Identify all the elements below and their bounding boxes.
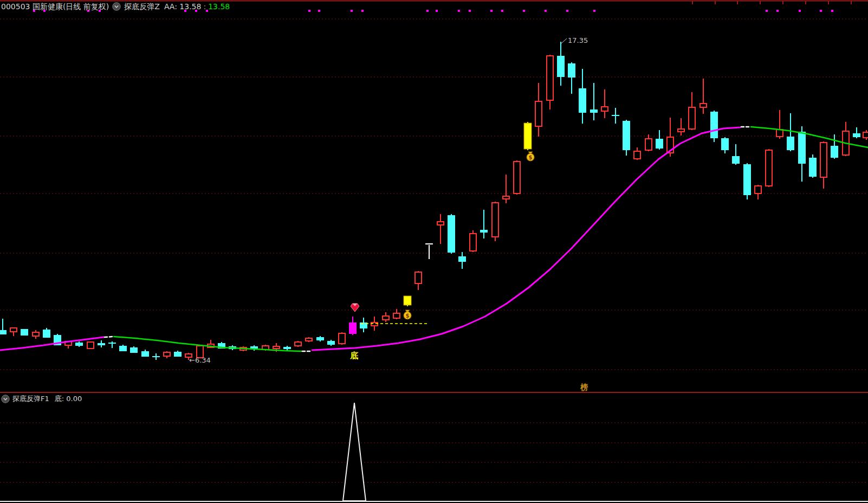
value-separator: : [203,2,206,11]
candlestick-chart[interactable]: $$ [0,0,868,503]
candle-up [470,234,476,251]
candle-down [590,109,598,113]
candle-down [119,346,127,351]
candle-down [141,351,149,357]
candle-down [732,156,740,164]
candle-down [831,146,838,158]
candle-up [863,132,868,138]
bottom-signal-label: 底 [350,351,358,361]
candle-up [87,342,94,349]
signal-dot [469,10,471,12]
candle-up [700,104,707,107]
signal-dot [593,10,595,12]
candle-down [721,138,729,150]
candle-up [10,328,17,332]
candle-signal [524,123,532,149]
signal-dot [458,10,460,12]
signal-dot [308,10,310,12]
candle-up [393,313,400,318]
candle-up [634,151,640,159]
sub-indicator-name[interactable]: 探底反弹F1 [12,395,49,403]
rank-label[interactable]: 榜 [580,383,588,392]
candle-up [755,186,761,194]
candle-up [383,316,389,320]
candle-down [448,215,455,253]
sub-panel-header: 探底反弹F1 底: 0.00 [1,394,82,403]
candle-up [645,139,652,150]
signal-dot [523,10,525,12]
ma-line-green [751,127,868,147]
sub-indicator-value: 底: 0.00 [55,395,82,403]
signal-dot [436,10,438,12]
signal-dot [566,10,568,12]
candle-down [623,121,630,150]
candle-down [316,337,324,340]
candle-signal [349,323,357,334]
candle-down [174,352,182,357]
signal-dot [799,10,801,12]
candle-up [371,323,378,326]
candle-up [306,338,312,341]
candle-up [601,107,608,111]
candle-up [492,203,498,237]
signal-dot [361,10,364,12]
peak-pointer-line [561,38,567,43]
candle-up [273,346,280,349]
stock-title: 000503 国新健康(日线 前复权) [1,2,109,11]
candle-down [809,158,817,177]
candle-down [108,343,116,344]
candle-up [33,332,39,336]
candle-down [710,112,718,138]
candle-signal [404,296,411,305]
candle-down [579,88,586,113]
candle-up [820,143,827,177]
candle-up [503,196,509,199]
candle-down [743,164,751,195]
candle-down [612,115,619,116]
candle-down [798,132,806,164]
peak-price-label: 17.35 [568,36,588,44]
candle-up [547,56,553,100]
candle-up [164,352,170,356]
main-chart-header: 000503 国新健康(日线 前复权) 探底反弹Z AA: 13.58 : 13… [1,2,230,11]
candle-down [327,341,335,345]
candle-up [295,342,301,346]
candle-down [557,56,565,77]
indicator-value: AA: 13.58 [164,2,202,11]
candle-up [437,222,444,225]
signal-dot [490,10,493,12]
candle-down [283,347,291,349]
candle-down [98,343,105,345]
candle-down [21,329,28,336]
candle-up [339,333,345,344]
chevron-down-icon[interactable] [1,395,10,403]
signal-dot [545,10,547,12]
signal-dot [776,10,779,12]
low-price-label: ←6.34 [189,356,211,364]
candle-down [853,133,860,137]
signal-dot [426,10,429,12]
candle-up [776,130,783,137]
candle-up [535,101,542,126]
candle-down [787,137,794,150]
candle-down [75,343,83,346]
candle-up [678,129,684,132]
chevron-down-icon[interactable] [112,2,121,11]
candle-up [689,107,695,129]
ma-line-magenta [312,127,740,350]
signal-dot [766,10,768,12]
ma-line-dash [105,337,113,337]
signal-dot [820,10,822,12]
candle-down [130,347,138,353]
candle-up [514,162,520,194]
candle-down [43,330,50,338]
indicator-name[interactable]: 探底反弹Z [124,2,160,11]
signal-dot [501,10,503,12]
candle-down [152,356,160,357]
stock-chart-app: $$ 000503 国新健康(日线 前复权) 探底反弹Z AA: 13.58 :… [0,0,868,503]
signal-triangle [343,403,366,501]
money-bag-dollar: $ [529,154,533,160]
indicator-value-green: 13.58 [208,2,230,11]
candle-down [0,330,7,334]
signal-dot [318,10,320,12]
